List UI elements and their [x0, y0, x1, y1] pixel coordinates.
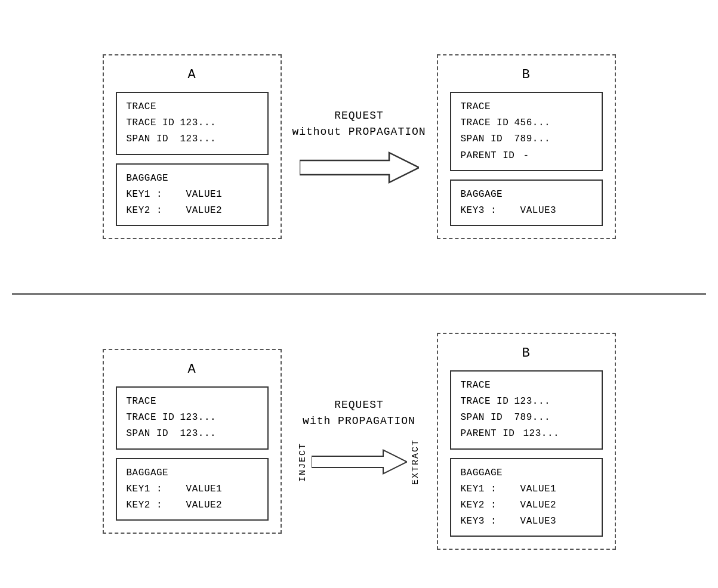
bottom-b-parentid-label: PARENT ID: [461, 426, 523, 442]
top-b-traceid-value: 456...: [514, 117, 551, 128]
bottom-section: A TRACE TRACE ID123... SPAN ID123... BAG…: [0, 295, 718, 588]
bottom-a-trace-line3: SPAN ID123...: [127, 426, 258, 442]
top-b-trace-box: TRACE TRACE ID456... SPAN ID789... PAREN…: [450, 92, 603, 171]
top-b-baggage-line2: KEY3 : VALUE3: [461, 203, 592, 219]
bottom-b-trace-line3: SPAN ID789...: [461, 410, 592, 426]
bottom-a-key2-label: KEY2 :: [127, 497, 180, 513]
bottom-b-baggage-line4: KEY3 : VALUE3: [461, 513, 592, 530]
top-a-baggage-line1: BAGGAGE: [127, 171, 258, 187]
top-b-parentid-label: PARENT ID: [461, 148, 523, 164]
bottom-b-trace-box: TRACE TRACE ID123... SPAN ID789... PAREN…: [450, 370, 603, 450]
top-b-trace-line1: TRACE: [461, 99, 592, 115]
top-a-trace-line2: TRACE ID123...: [127, 115, 258, 131]
bottom-service-b-label: B: [450, 346, 603, 361]
bottom-a-trace-line1: TRACE: [127, 394, 258, 410]
top-a-spanid-label: SPAN ID: [127, 131, 180, 147]
top-a-key1-label: KEY1 :: [127, 187, 180, 203]
top-b-parentid-value: -: [523, 150, 529, 161]
top-a-key2-label: KEY2 :: [127, 203, 180, 219]
top-a-key1-value: VALUE1: [186, 189, 223, 200]
top-a-trace-box: TRACE TRACE ID123... SPAN ID123...: [116, 92, 269, 155]
svg-marker-1: [312, 450, 407, 474]
bottom-a-key1-label: KEY1 :: [127, 481, 180, 497]
bottom-service-b-box: B TRACE TRACE ID123... SPAN ID789... PAR…: [437, 333, 616, 550]
top-a-key2-value: VALUE2: [186, 205, 223, 216]
bottom-a-spanid-label: SPAN ID: [127, 426, 180, 442]
bottom-a-baggage-box: BAGGAGE KEY1 : VALUE1 KEY2 : VALUE2: [116, 458, 269, 521]
top-b-key3-value: VALUE3: [520, 205, 557, 216]
top-a-trace-line1: TRACE: [127, 99, 258, 115]
bottom-a-key2-value: VALUE2: [186, 500, 223, 510]
bottom-arrow-label: REQUEST with PROPAGATION: [303, 397, 415, 429]
bottom-b-key1-label: KEY1 :: [461, 481, 514, 497]
bottom-b-spanid-label: SPAN ID: [461, 410, 514, 426]
top-section: A TRACE TRACE ID123... SPAN ID123... BAG…: [0, 0, 718, 293]
bottom-b-traceid-label: TRACE ID: [461, 394, 514, 410]
top-service-a-label: A: [116, 67, 269, 82]
top-a-traceid-label: TRACE ID: [127, 115, 180, 131]
top-b-trace-line3: SPAN ID789...: [461, 131, 592, 147]
top-arrow-area: REQUEST without PROPAGATION: [282, 108, 437, 185]
bottom-b-key2-label: KEY2 :: [461, 497, 514, 513]
bottom-b-key1-value: VALUE1: [520, 484, 557, 494]
bottom-b-baggage-line2: KEY1 : VALUE1: [461, 481, 592, 497]
bottom-b-traceid-value: 123...: [514, 396, 551, 407]
bottom-service-a-label: A: [116, 362, 269, 377]
bottom-b-key3-value: VALUE3: [520, 516, 557, 527]
bottom-b-baggage-box: BAGGAGE KEY1 : VALUE1 KEY2 : VALUE2 KEY3…: [450, 458, 603, 537]
top-b-spanid-value: 789...: [514, 134, 551, 144]
bottom-b-key2-value: VALUE2: [520, 500, 557, 510]
top-b-baggage-box: BAGGAGE KEY3 : VALUE3: [450, 180, 603, 226]
bottom-a-baggage-line1: BAGGAGE: [127, 465, 258, 481]
top-a-spanid-value: 123...: [180, 134, 217, 144]
top-arrow-icon: [300, 150, 419, 185]
bottom-a-spanid-value: 123...: [180, 428, 217, 439]
top-service-b-label: B: [450, 67, 603, 82]
bottom-b-spanid-value: 789...: [514, 412, 551, 423]
bottom-arrow-area: REQUEST with PROPAGATION INJECT EXTRACT: [282, 397, 437, 485]
bottom-service-a-box: A TRACE TRACE ID123... SPAN ID123... BAG…: [103, 349, 282, 534]
top-b-baggage-line1: BAGGAGE: [461, 187, 592, 203]
bottom-b-baggage-line3: KEY2 : VALUE2: [461, 497, 592, 513]
top-b-spanid-label: SPAN ID: [461, 131, 514, 147]
top-b-traceid-label: TRACE ID: [461, 115, 514, 131]
top-arrow-label: REQUEST without PROPAGATION: [292, 108, 426, 140]
bottom-a-baggage-line3: KEY2 : VALUE2: [127, 497, 258, 513]
bottom-a-key1-value: VALUE1: [186, 484, 223, 494]
bottom-b-key3-label: KEY3 :: [461, 513, 514, 530]
svg-marker-0: [300, 153, 419, 182]
top-service-a-box: A TRACE TRACE ID123... SPAN ID123... BAG…: [103, 54, 282, 239]
bottom-a-trace-box: TRACE TRACE ID123... SPAN ID123...: [116, 386, 269, 450]
inject-label: INJECT: [298, 442, 308, 482]
bottom-a-traceid-value: 123...: [180, 412, 217, 423]
bottom-arrow-icon: [312, 445, 407, 478]
bottom-a-trace-line2: TRACE ID123...: [127, 410, 258, 426]
top-b-trace-line2: TRACE ID456...: [461, 115, 592, 131]
bottom-b-trace-line1: TRACE: [461, 377, 592, 394]
top-service-b-box: B TRACE TRACE ID456... SPAN ID789... PAR…: [437, 54, 616, 239]
top-a-trace-line3: SPAN ID123...: [127, 131, 258, 147]
top-b-key3-label: KEY3 :: [461, 203, 514, 219]
bottom-b-baggage-line1: BAGGAGE: [461, 465, 592, 481]
extract-label: EXTRACT: [411, 439, 421, 485]
bottom-b-trace-line4: PARENT ID123...: [461, 426, 592, 442]
top-a-baggage-line2: KEY1 : VALUE1: [127, 187, 258, 203]
bottom-a-traceid-label: TRACE ID: [127, 410, 180, 426]
bottom-b-parentid-value: 123...: [523, 428, 560, 439]
bottom-b-trace-line2: TRACE ID123...: [461, 394, 592, 410]
top-a-baggage-box: BAGGAGE KEY1 : VALUE1 KEY2 : VALUE2: [116, 163, 269, 227]
top-b-trace-line4: PARENT ID-: [461, 148, 592, 164]
bottom-a-baggage-line2: KEY1 : VALUE1: [127, 481, 258, 497]
top-a-traceid-value: 123...: [180, 117, 217, 128]
top-a-baggage-line3: KEY2 : VALUE2: [127, 203, 258, 219]
